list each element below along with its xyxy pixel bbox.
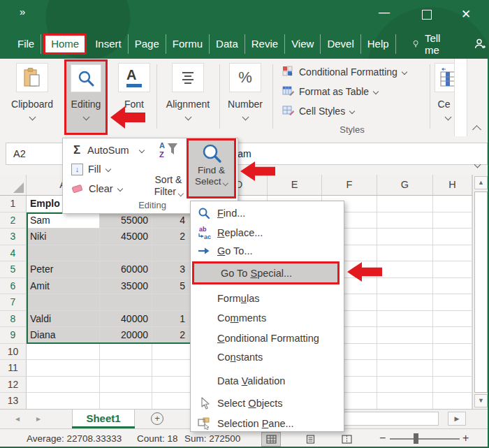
vertical-scrollbar[interactable]: ▲ ▼ — [472, 175, 489, 410]
cell-G10[interactable] — [377, 344, 433, 361]
cell-G6[interactable] — [377, 278, 433, 295]
cell-A12[interactable] — [27, 377, 100, 393]
cell-H1[interactable] — [433, 196, 472, 212]
col-header-F[interactable]: F — [322, 175, 377, 195]
row-header-1[interactable]: 1 — [0, 196, 27, 212]
row-header-8[interactable]: 8 — [0, 311, 27, 328]
zoom-in-button[interactable]: + — [462, 432, 469, 445]
autosum-button[interactable]: Σ AutoSum — [71, 143, 144, 158]
maximize-button[interactable] — [416, 6, 437, 23]
ribbon-group-number[interactable]: % Number — [222, 59, 268, 133]
cell-G5[interactable] — [377, 261, 433, 278]
vertical-scrollbar-thumb[interactable] — [474, 192, 488, 393]
cell-H3[interactable] — [433, 229, 472, 245]
share-button[interactable]: Share — [474, 38, 489, 50]
cell-A13[interactable] — [27, 393, 100, 410]
row-header-3[interactable]: 3 — [0, 229, 27, 245]
cell-H2[interactable] — [433, 212, 472, 229]
tab-devel[interactable]: Devel — [321, 34, 360, 54]
menu-item-go-to-special[interactable]: Go To Special... — [192, 261, 340, 284]
menu-item-constants[interactable]: Constants — [191, 347, 344, 366]
cell-G9[interactable] — [377, 327, 433, 344]
menu-item-find[interactable]: Find... — [191, 203, 344, 222]
tab-help[interactable]: Help — [361, 34, 396, 54]
cell-B8[interactable]: 40000 — [100, 311, 152, 328]
cell-G1[interactable] — [377, 196, 433, 212]
col-header-H[interactable]: H — [433, 175, 472, 195]
row-header-11[interactable]: 11 — [0, 360, 27, 377]
cell-A3[interactable]: Niki — [27, 229, 100, 245]
cell-A5[interactable]: Peter — [27, 261, 100, 278]
cell-A7[interactable] — [27, 294, 100, 311]
menu-item-comments[interactable]: Comments — [191, 308, 344, 327]
menu-item-replace[interactable]: abacReplace... — [191, 223, 344, 242]
row-header-12[interactable]: 12 — [0, 377, 27, 393]
cell-G12[interactable] — [377, 377, 433, 393]
tab-data[interactable]: Data — [210, 34, 245, 54]
cell-styles-button[interactable]: Cell Styles — [282, 103, 354, 119]
tab-view[interactable]: View — [285, 34, 321, 54]
cell-G7[interactable] — [377, 294, 433, 311]
quick-access-icon[interactable]: » — [20, 6, 24, 17]
row-header-13[interactable]: 13 — [0, 393, 27, 410]
cell-H8[interactable] — [433, 311, 472, 328]
row-header-10[interactable]: 10 — [0, 344, 27, 361]
close-button[interactable]: ✕ — [455, 6, 476, 23]
cell-B5[interactable]: 60000 — [100, 261, 152, 278]
zoom-out-button[interactable]: − — [379, 432, 386, 445]
new-sheet-button[interactable]: + — [151, 412, 163, 425]
sort-filter-button[interactable]: AZ Sort &Filter — [148, 140, 189, 198]
cell-B12[interactable] — [100, 377, 152, 393]
cell-H12[interactable] — [433, 377, 472, 393]
cell-B11[interactable] — [100, 360, 152, 377]
ribbon-group-alignment[interactable]: Alignment — [158, 59, 218, 133]
row-header-2[interactable]: 2 — [0, 212, 27, 229]
select-all-corner[interactable] — [0, 175, 27, 195]
scroll-down-icon[interactable]: ▼ — [474, 394, 488, 407]
cell-A6[interactable]: Amit — [27, 278, 100, 295]
cell-H11[interactable] — [433, 360, 472, 377]
cell-H4[interactable] — [433, 245, 472, 262]
col-header-G[interactable]: G — [377, 175, 433, 195]
col-header-E[interactable]: E — [268, 175, 322, 195]
ribbon-group-editing[interactable]: Editing — [64, 59, 108, 135]
menu-item-conditional-formatting[interactable]: Conditional Formatting — [191, 328, 344, 347]
tab-formu[interactable]: Formu — [166, 34, 210, 54]
clear-button[interactable]: Clear — [71, 181, 122, 196]
cell-A10[interactable] — [27, 344, 100, 361]
page-layout-view-button[interactable] — [300, 432, 320, 447]
menu-item-data-validation[interactable]: Data Validation — [191, 371, 344, 390]
zoom-slider-track[interactable] — [390, 438, 460, 440]
cell-A11[interactable] — [27, 360, 100, 377]
scroll-right-icon[interactable]: ▶ — [448, 412, 466, 426]
tab-revie[interactable]: Revie — [245, 34, 285, 54]
cell-H5[interactable] — [433, 261, 472, 278]
fill-button[interactable]: ↓ Fill — [71, 161, 110, 177]
cell-B7[interactable] — [100, 294, 152, 311]
format-as-table-button[interactable]: Format as Table — [282, 84, 378, 99]
cell-H9[interactable] — [433, 327, 472, 344]
row-header-4[interactable]: 4 — [0, 245, 27, 262]
tab-home[interactable]: Home — [43, 34, 87, 55]
scroll-up-icon[interactable]: ▲ — [474, 176, 488, 189]
cell-H10[interactable] — [433, 344, 472, 361]
cell-A2[interactable]: Sam — [27, 212, 100, 229]
sheet-tab-sheet1[interactable]: Sheet1 — [72, 410, 135, 427]
cell-G3[interactable] — [377, 229, 433, 245]
row-header-7[interactable]: 7 — [0, 294, 27, 311]
cell-H13[interactable] — [433, 393, 472, 410]
cell-B9[interactable]: 20000 — [100, 327, 152, 344]
cell-B6[interactable]: 35000 — [100, 278, 152, 295]
zoom-slider-thumb[interactable] — [414, 433, 418, 444]
row-header-6[interactable]: 6 — [0, 278, 27, 295]
cell-G2[interactable] — [377, 212, 433, 229]
sheet-nav-left-icon[interactable]: ◂ — [15, 414, 20, 424]
cell-B3[interactable]: 45000 — [100, 229, 152, 245]
conditional-formatting-button[interactable]: ≠Conditional Formatting — [282, 64, 407, 80]
cell-A4[interactable] — [27, 245, 100, 262]
tab-insert[interactable]: Insert — [89, 34, 129, 54]
cell-B13[interactable] — [100, 393, 152, 410]
collapse-ribbon-button[interactable] — [469, 123, 483, 133]
sheet-nav-right-icon[interactable]: ▸ — [36, 414, 41, 424]
page-break-view-button[interactable] — [337, 432, 356, 447]
